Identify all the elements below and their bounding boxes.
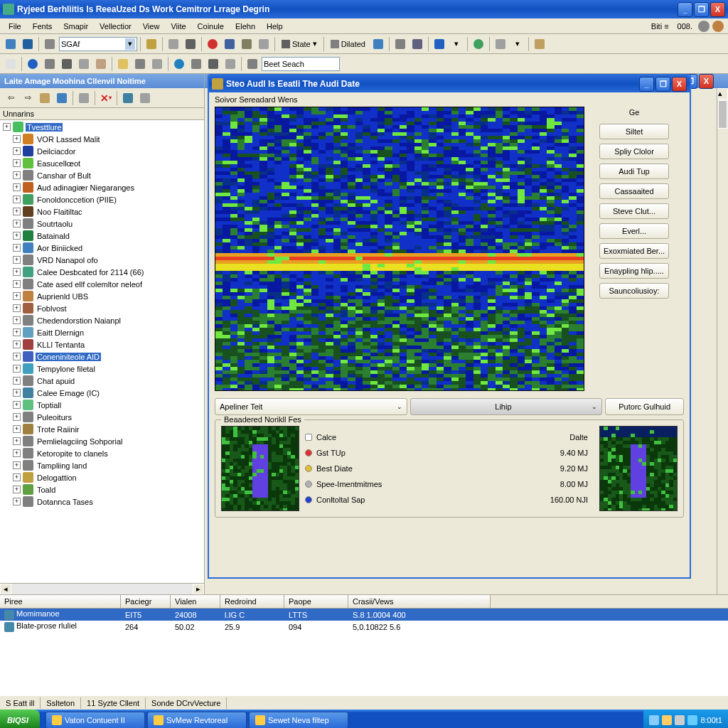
table-header[interactable]: Redroind bbox=[220, 595, 284, 608]
tree-item[interactable]: +Ketoropite to clanels bbox=[0, 447, 204, 459]
tool2-page-icon[interactable] bbox=[3, 56, 18, 72]
taskbar-button[interactable]: Sewet Neva filtep bbox=[249, 712, 348, 728]
tree-view[interactable]: +Tvesttlure+VOR Lassed Malit+Deilciacdor… bbox=[0, 120, 204, 583]
table-row[interactable]: Blate-prose rluliel26450.0225.90945,0.10… bbox=[0, 621, 728, 633]
table-header[interactable]: Crasii/Vews bbox=[348, 595, 491, 608]
taskbar-button[interactable]: SvMew Revtoreal bbox=[147, 712, 247, 728]
tree-item[interactable]: +Cate ased ellf colemltor neleof bbox=[0, 278, 204, 290]
expand-icon[interactable]: + bbox=[13, 159, 21, 167]
tree-item[interactable]: +Batainald bbox=[0, 230, 204, 242]
table-header[interactable]: Vialen bbox=[171, 595, 220, 608]
expand-icon[interactable]: + bbox=[13, 208, 21, 215]
inner-max-button[interactable]: ❐ bbox=[655, 77, 670, 92]
menu-smapir[interactable]: Smapir bbox=[58, 21, 94, 32]
tool2-world-icon[interactable] bbox=[171, 56, 187, 72]
tree-item[interactable]: +Dotannca Tases bbox=[0, 496, 204, 508]
inner-min-button[interactable]: _ bbox=[639, 77, 654, 92]
tree-item[interactable]: +VRD Nanapol ofo bbox=[0, 254, 204, 266]
close-button[interactable]: X bbox=[710, 2, 725, 17]
tool-wrench-icon[interactable] bbox=[239, 36, 255, 52]
tree-item[interactable]: +Toptiall bbox=[0, 399, 204, 411]
tree-item[interactable]: +Calee Emage (IC) bbox=[0, 387, 204, 399]
tree-item[interactable]: +Delogattion bbox=[0, 471, 204, 483]
action-button[interactable]: Siltet bbox=[599, 124, 669, 139]
tool-table-icon[interactable] bbox=[370, 36, 386, 52]
expand-icon[interactable]: + bbox=[13, 461, 21, 469]
tree-item[interactable]: +Trote Raiinir bbox=[0, 423, 204, 435]
expand-icon[interactable]: + bbox=[13, 486, 21, 493]
expand-icon[interactable]: + bbox=[13, 135, 21, 143]
nav-generic-icon[interactable] bbox=[76, 90, 92, 106]
tree-item[interactable]: +Puleoiturs bbox=[0, 411, 204, 423]
action-button[interactable]: Everl... bbox=[599, 223, 669, 239]
tree-item[interactable]: +Fonoldonccetion (PIIE) bbox=[0, 193, 204, 205]
thumbnail-right[interactable] bbox=[599, 426, 678, 511]
tool-stop-icon[interactable] bbox=[205, 36, 220, 52]
inner-close-button[interactable]: X bbox=[672, 77, 687, 92]
minimize-button[interactable]: _ bbox=[678, 2, 692, 17]
nav-back-icon[interactable]: ⇦ bbox=[3, 90, 18, 106]
tool-dropdown-icon[interactable]: ▾ bbox=[449, 36, 464, 52]
action-button[interactable]: Enaypling hlip..... bbox=[599, 263, 669, 279]
tree-item[interactable]: +Tvesttlure bbox=[0, 121, 204, 133]
expand-icon[interactable]: + bbox=[13, 365, 21, 373]
menu-fents[interactable]: Fents bbox=[27, 21, 58, 32]
menu-help[interactable]: Help bbox=[261, 21, 289, 32]
expand-icon[interactable]: + bbox=[3, 123, 11, 131]
table-header[interactable]: Piree bbox=[0, 595, 121, 608]
tree-item[interactable]: +VOR Lassed Malit bbox=[0, 133, 204, 145]
menu-coinule[interactable]: Coinule bbox=[192, 21, 230, 32]
taskbar-button[interactable]: Vaton Contuent II bbox=[46, 712, 145, 728]
expand-icon[interactable]: + bbox=[13, 268, 21, 276]
panel-close-button[interactable]: X bbox=[699, 74, 714, 89]
expand-icon[interactable]: + bbox=[13, 425, 21, 433]
expand-icon[interactable]: + bbox=[13, 220, 21, 228]
tray-icon-3[interactable] bbox=[675, 715, 685, 725]
tool2-ab-icon[interactable] bbox=[188, 56, 204, 72]
combo-lihip[interactable]: Lihip⌄ bbox=[410, 398, 603, 415]
tool-link-icon[interactable] bbox=[392, 36, 408, 52]
expand-icon[interactable]: + bbox=[13, 389, 21, 397]
tool2-equals-icon[interactable] bbox=[149, 56, 165, 72]
start-button[interactable]: BIQSI bbox=[0, 710, 40, 728]
nav-up-icon[interactable] bbox=[37, 90, 53, 106]
tool2-search-icon[interactable] bbox=[245, 56, 260, 72]
nav-delete-icon[interactable]: ✕▾ bbox=[98, 90, 114, 106]
expand-icon[interactable]: + bbox=[13, 183, 21, 191]
table-header[interactable]: Paope bbox=[284, 595, 348, 608]
expand-icon[interactable]: + bbox=[13, 256, 21, 264]
expand-icon[interactable]: + bbox=[13, 244, 21, 252]
tool2-hand-icon[interactable] bbox=[93, 56, 109, 72]
tree-item[interactable]: +Pemlielagciing Sohporial bbox=[0, 435, 204, 447]
expand-icon[interactable]: + bbox=[13, 232, 21, 240]
nav-refresh-icon[interactable] bbox=[54, 90, 70, 106]
expand-icon[interactable]: + bbox=[13, 316, 21, 324]
menu-viite[interactable]: Viite bbox=[165, 21, 191, 32]
action-button[interactable]: Spliy Clolor bbox=[599, 144, 669, 159]
nav-copy-icon[interactable] bbox=[137, 90, 153, 106]
tree-item[interactable]: +Noo Flaitiltac bbox=[0, 205, 204, 218]
menubar-icon-1[interactable] bbox=[698, 21, 710, 32]
tree-item[interactable]: +Aud adinagiær Niegaranges bbox=[0, 181, 204, 193]
toolbar-combo-sgaf[interactable]: ▾ bbox=[59, 37, 137, 51]
expand-icon[interactable]: + bbox=[13, 196, 21, 203]
expand-icon[interactable]: + bbox=[13, 401, 21, 409]
search-input[interactable] bbox=[264, 60, 335, 68]
tree-item[interactable]: +Eaitt Dlernign bbox=[0, 326, 204, 338]
state-dropdown[interactable]: State▾ bbox=[278, 37, 321, 51]
tool-layers-icon[interactable] bbox=[410, 36, 425, 52]
nav-fwd-icon[interactable]: ⇨ bbox=[20, 90, 36, 106]
expand-icon[interactable]: + bbox=[13, 353, 21, 360]
tool-cut-icon[interactable] bbox=[3, 36, 18, 52]
expand-icon[interactable]: + bbox=[13, 304, 21, 312]
tree-item[interactable]: +Chedendorstion Naianpl bbox=[0, 314, 204, 326]
menu-file[interactable]: File bbox=[3, 21, 27, 32]
tool-more-icon[interactable]: ▾ bbox=[510, 36, 525, 52]
action-button[interactable]: Exoxmiated Ber... bbox=[599, 243, 669, 259]
action-button[interactable]: Cassaaited bbox=[599, 183, 669, 199]
spectrogram-view[interactable] bbox=[215, 107, 584, 391]
tree-item[interactable]: +Tempylone filetal bbox=[0, 363, 204, 375]
expand-icon[interactable]: + bbox=[13, 498, 21, 505]
table-row[interactable]: MomimanoeEIT524008l.IG CLTTSS.8 1.0004 4… bbox=[0, 609, 728, 621]
tool-doc-icon[interactable] bbox=[166, 36, 181, 52]
